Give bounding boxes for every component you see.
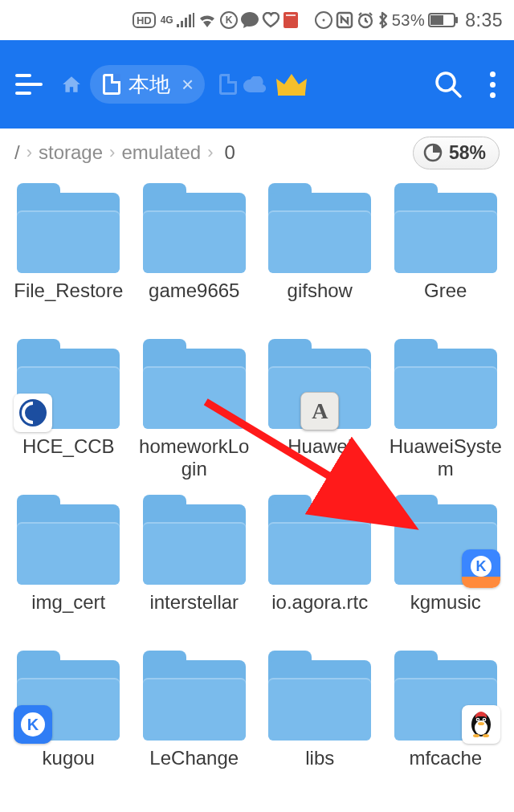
tab-local-storage[interactable]: 本地 × xyxy=(90,65,205,104)
book-icon xyxy=(283,11,299,29)
folder-item[interactable]: gifshow xyxy=(263,182,377,331)
svg-line-13 xyxy=(453,89,460,96)
folder-label: homeworkLogin xyxy=(137,435,252,479)
sd-card-icon xyxy=(219,74,237,95)
folder-item[interactable]: mfcache xyxy=(389,649,504,798)
svg-point-24 xyxy=(477,719,479,720)
folder-grid: File_Restore game9665 gifshow Gree HCE_C… xyxy=(0,177,514,798)
folder-label: HuaweiSystem xyxy=(389,435,504,479)
circle-k-icon: K xyxy=(220,11,238,29)
folder-item[interactable]: img_cert xyxy=(11,493,126,643)
storage-usage-badge[interactable]: 58% xyxy=(413,137,500,169)
folder-item[interactable]: HCE_CCB xyxy=(11,337,126,487)
folder-label: Huawei xyxy=(288,435,352,458)
folder-label: HCE_CCB xyxy=(22,435,115,458)
svg-rect-9 xyxy=(430,15,443,25)
inactive-tab-icons[interactable] xyxy=(219,74,266,95)
cloud-icon xyxy=(243,76,266,92)
folder-label: LeChange xyxy=(149,747,239,769)
app-icon-ccb xyxy=(14,394,52,432)
svg-text:K: K xyxy=(27,716,39,733)
svg-point-5 xyxy=(322,19,324,22)
folder-label: img_cert xyxy=(31,591,105,614)
chat-bubble-icon xyxy=(241,12,259,28)
app-icon-kugou: K xyxy=(462,549,500,588)
folder-item[interactable]: K kgmusic xyxy=(389,493,504,643)
svg-point-12 xyxy=(437,73,455,91)
alarm-icon xyxy=(357,11,374,29)
compass-icon xyxy=(315,11,332,29)
breadcrumb: / › storage › emulated › 0 58% xyxy=(0,129,514,177)
folder-item[interactable]: LeChange xyxy=(137,649,252,798)
app-icon-font: A xyxy=(300,392,339,430)
sd-card-icon xyxy=(103,74,120,95)
breadcrumb-seg[interactable]: emulated xyxy=(121,141,201,164)
clock-label: 8:35 xyxy=(465,10,503,31)
chevron-right-icon: › xyxy=(27,142,32,163)
folder-label: io.agora.rtc xyxy=(271,591,368,614)
menu-button[interactable] xyxy=(10,65,48,104)
folder-label: libs xyxy=(305,747,334,769)
signal-icon xyxy=(177,13,194,27)
folder-label: kugou xyxy=(43,747,95,769)
svg-rect-11 xyxy=(278,92,305,96)
pie-icon xyxy=(423,143,443,162)
app-icon-qq xyxy=(462,705,500,744)
battery-icon xyxy=(428,13,459,27)
folder-label: game9665 xyxy=(149,280,239,302)
folder-item[interactable]: libs xyxy=(263,649,377,798)
folder-item[interactable]: K kugou xyxy=(11,649,126,798)
close-tab-icon[interactable]: × xyxy=(182,74,194,95)
chevron-right-icon: › xyxy=(109,142,115,163)
svg-rect-10 xyxy=(455,17,458,23)
nfc-icon xyxy=(336,11,353,29)
hd-badge: HD xyxy=(133,12,156,28)
wifi-icon xyxy=(198,13,217,27)
folder-item[interactable]: Gree xyxy=(389,182,504,331)
network-4g-label: 4G xyxy=(161,14,173,26)
bluetooth-icon xyxy=(377,11,389,29)
folder-item[interactable]: game9665 xyxy=(137,182,252,331)
folder-label: interstellar xyxy=(149,591,239,614)
svg-point-28 xyxy=(483,734,489,737)
folder-item[interactable]: HuaweiSystem xyxy=(389,337,504,487)
folder-label: File_Restore xyxy=(14,280,123,302)
svg-text:K: K xyxy=(475,558,486,574)
breadcrumb-seg[interactable]: storage xyxy=(39,141,103,164)
more-options-button[interactable] xyxy=(480,71,504,98)
status-bar: HD 4G K 53% 8:35 xyxy=(0,0,514,40)
folder-item[interactable]: homeworkLogin xyxy=(137,337,252,487)
folder-item[interactable]: A Huawei xyxy=(263,337,377,487)
folder-item[interactable]: File_Restore xyxy=(11,182,126,331)
svg-point-25 xyxy=(483,719,485,720)
app-icon-kugou: K xyxy=(14,705,52,744)
folder-label: Gree xyxy=(424,280,467,302)
app-bar: 本地 × xyxy=(0,40,514,129)
breadcrumb-root[interactable]: / xyxy=(14,141,20,164)
storage-percent: 58% xyxy=(449,142,486,164)
search-icon[interactable] xyxy=(434,70,463,99)
svg-text:K: K xyxy=(225,14,232,26)
folder-label: mfcache xyxy=(409,747,482,769)
folder-item[interactable]: interstellar xyxy=(137,493,252,643)
svg-point-27 xyxy=(473,734,479,737)
chevron-right-icon: › xyxy=(207,142,213,163)
folder-item[interactable]: io.agora.rtc xyxy=(263,493,377,643)
breadcrumb-seg-current[interactable]: 0 xyxy=(224,141,235,164)
crown-icon[interactable] xyxy=(275,72,308,96)
battery-percent: 53% xyxy=(392,11,426,30)
home-icon[interactable] xyxy=(61,74,82,95)
svg-point-26 xyxy=(478,722,484,725)
heart-icon xyxy=(262,12,279,28)
tab-label: 本地 xyxy=(128,71,170,99)
folder-label: kgmusic xyxy=(410,591,481,614)
svg-rect-3 xyxy=(286,14,296,16)
folder-label: gifshow xyxy=(288,280,353,302)
